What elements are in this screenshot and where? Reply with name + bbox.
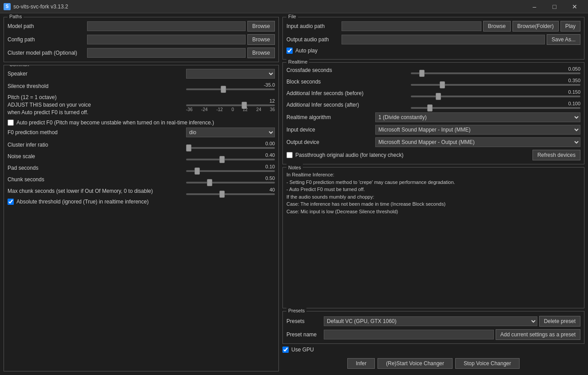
output-audio-input[interactable] <box>342 35 545 44</box>
pitch-container: 12 -36 -24 -12 0 12 24 36 <box>94 98 275 112</box>
paths-title: Paths <box>8 14 24 19</box>
preset-name-row: Preset name Add current settings as a pr… <box>286 329 580 340</box>
common-group: Common Speaker Silence threshold -35.0 <box>4 65 279 371</box>
speaker-row: Speaker <box>8 69 275 79</box>
input-device-row: Input device Microsoft Sound Mapper - In… <box>286 125 580 135</box>
pitch-slider[interactable] <box>186 104 275 106</box>
close-button[interactable]: ✕ <box>564 0 584 13</box>
passthrough-checkbox[interactable] <box>286 152 293 158</box>
main-content: Paths Model path Browse Config path Brow… <box>0 13 588 375</box>
paths-group: Paths Model path Browse Config path Brow… <box>4 17 279 62</box>
left-panel: Paths Model path Browse Config path Brow… <box>4 17 279 371</box>
chunk-seconds-label: Chunk seconds <box>8 176 87 184</box>
presets-select[interactable]: Default VC (GPU, GTX 1060) <box>324 316 537 326</box>
auto-predict-checkbox[interactable] <box>8 120 14 126</box>
max-chunk-label: Max chunk seconds (set lower if Out Of M… <box>8 188 153 195</box>
pitch-row: Pitch (12 = 1 octave)ADJUST THIS based o… <box>8 94 275 116</box>
cluster-path-input[interactable] <box>87 48 246 58</box>
cluster-path-browse-button[interactable]: Browse <box>247 48 275 58</box>
delete-preset-button[interactable]: Delete preset <box>539 316 580 327</box>
silence-threshold-row: Silence threshold -35.0 <box>8 82 275 90</box>
file-title: File <box>286 14 298 19</box>
f0-method-label: F0 prediction method <box>8 129 87 136</box>
add-preset-button[interactable]: Add current settings as a preset <box>496 329 580 340</box>
notes-title: Notes <box>286 164 303 172</box>
input-audio-input[interactable] <box>342 21 481 31</box>
algorithm-label: Realtime algorithm <box>286 114 375 120</box>
model-path-input[interactable] <box>87 21 246 31</box>
output-device-label: Output device <box>286 139 375 145</box>
speaker-select[interactable] <box>186 69 275 79</box>
block-slider[interactable] <box>411 84 580 86</box>
minimize-button[interactable]: – <box>524 0 544 13</box>
crossfade-container: 0.050 <box>411 66 580 74</box>
stop-voice-changer-button[interactable]: Stop Voice Changer <box>455 358 520 369</box>
file-group: File Input audio path Browse Browse(Fold… <box>282 17 584 60</box>
notes-line-5: Case: The inference has not been made in… <box>286 200 580 208</box>
chunk-seconds-row: Chunk seconds 0.50 <box>8 176 275 184</box>
input-audio-browse-button[interactable]: Browse <box>483 21 511 32</box>
output-device-select[interactable]: Microsoft Sound Mapper - Output (MME) <box>375 137 580 147</box>
config-path-label: Config path <box>8 36 85 43</box>
preset-name-label: Preset name <box>286 331 322 338</box>
model-path-row: Model path Browse <box>8 21 275 32</box>
chunk-seconds-slider[interactable] <box>186 182 275 184</box>
auto-play-label: Auto play <box>295 48 318 54</box>
refresh-devices-button[interactable]: Refresh devices <box>532 150 580 160</box>
notes-line-2: - Setting F0 prediction method to 'crepe… <box>286 179 580 186</box>
cluster-infer-container: 0.00 <box>90 141 275 149</box>
input-audio-browse-folder-button[interactable]: Browse(Folder) <box>513 21 559 32</box>
input-audio-row: Input audio path Browse Browse(Folder) P… <box>286 21 580 32</box>
max-chunk-slider[interactable] <box>186 193 275 195</box>
f0-method-select[interactable]: dio crepe harvest pm <box>186 128 275 137</box>
model-path-browse-button[interactable]: Browse <box>247 21 275 32</box>
config-path-browse-button[interactable]: Browse <box>247 34 275 45</box>
noise-scale-container: 0.40 <box>90 152 275 160</box>
cluster-path-label: Cluster model path (Optional) <box>8 50 85 56</box>
auto-play-row: Auto play <box>286 48 580 54</box>
presets-label: Presets <box>286 318 322 324</box>
block-row: Block seconds 0.350 <box>286 78 580 86</box>
additional-before-slider[interactable] <box>411 96 580 97</box>
pad-seconds-slider[interactable] <box>186 170 275 172</box>
maximize-button[interactable]: □ <box>544 0 564 13</box>
app-icon: S <box>4 3 11 10</box>
noise-scale-slider[interactable] <box>186 159 275 160</box>
f0-method-container: dio crepe harvest pm <box>90 128 275 137</box>
algorithm-row: Realtime algorithm 1 (Divide constantly)… <box>286 112 580 122</box>
save-as-button[interactable]: Save As... <box>547 34 580 45</box>
algorithm-select[interactable]: 1 (Divide constantly) 2 (Recursive) <box>375 112 580 122</box>
auto-predict-row: Auto predict F0 (Pitch may become unstab… <box>8 120 275 126</box>
chunk-seconds-container: 0.50 <box>90 176 275 184</box>
restart-voice-changer-button[interactable]: (Re)Start Voice Changer <box>377 358 453 369</box>
crossfade-slider[interactable] <box>411 72 580 74</box>
max-chunk-row: Max chunk seconds (set lower if Out Of M… <box>8 187 275 195</box>
preset-name-input[interactable] <box>324 330 494 339</box>
realtime-group: Realtime Crossfade seconds 0.050 Block s… <box>282 62 584 164</box>
silence-threshold-label: Silence threshold <box>8 83 87 90</box>
auto-play-checkbox[interactable] <box>286 48 293 54</box>
additional-before-container: 0.150 <box>411 89 580 97</box>
play-button[interactable]: Play <box>560 21 580 32</box>
block-label: Block seconds <box>286 79 411 85</box>
notes-line-6: Case: Mic input is low (Decrease Silence… <box>286 208 580 215</box>
cluster-infer-label: Cluster infer ratio <box>8 141 87 149</box>
model-path-label: Model path <box>8 23 85 29</box>
infer-button[interactable]: Infer <box>347 358 375 369</box>
titlebar-controls: – □ ✕ <box>524 0 584 13</box>
additional-after-slider[interactable] <box>411 107 580 109</box>
presets-title: Presets <box>286 308 306 313</box>
silence-threshold-slider[interactable] <box>186 88 275 90</box>
config-path-input[interactable] <box>87 35 246 44</box>
cluster-infer-row: Cluster infer ratio 0.00 <box>8 141 275 149</box>
additional-before-label: Additional Infer seconds (before) <box>286 90 411 96</box>
crossfade-label: Crossfade seconds <box>286 67 411 73</box>
cluster-infer-slider[interactable] <box>186 147 275 149</box>
output-device-row: Output device Microsoft Sound Mapper - O… <box>286 137 580 147</box>
realtime-title: Realtime <box>286 59 309 64</box>
absolute-threshold-checkbox[interactable] <box>8 199 14 205</box>
input-device-label: Input device <box>286 127 375 133</box>
output-audio-row: Output audio path Save As... <box>286 34 580 45</box>
input-device-select[interactable]: Microsoft Sound Mapper - Input (MME) <box>375 125 580 135</box>
use-gpu-checkbox[interactable] <box>282 347 289 353</box>
